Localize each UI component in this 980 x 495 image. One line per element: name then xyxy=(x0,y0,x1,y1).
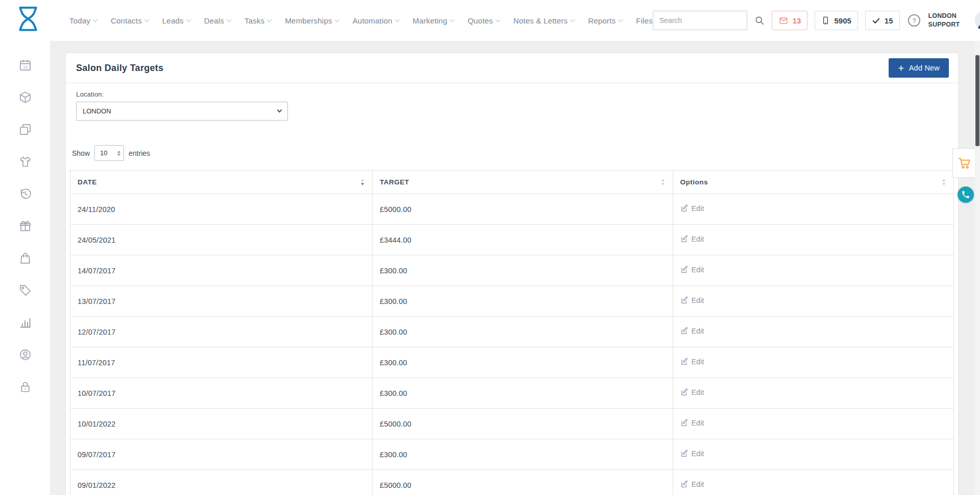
vertical-scrollbar[interactable] xyxy=(975,41,980,495)
nav-item-notes-letters[interactable]: Notes & Letters xyxy=(513,16,574,25)
nav-item-marketing[interactable]: Marketing xyxy=(413,16,454,25)
chevron-down-icon xyxy=(618,17,623,22)
svg-text:12: 12 xyxy=(23,65,28,69)
sidebar-item-bar-chart[interactable] xyxy=(18,316,32,329)
nav-item-tasks[interactable]: Tasks xyxy=(244,16,271,25)
date-cell: 09/01/2022 xyxy=(70,470,373,495)
edit-link[interactable]: Edit xyxy=(680,358,704,366)
edit-link[interactable]: Edit xyxy=(680,388,704,396)
cart-widget-button[interactable] xyxy=(952,148,976,178)
help-icon[interactable]: ? xyxy=(907,13,921,28)
shopping-cart-icon xyxy=(958,156,971,170)
card-body: Location: LONDON Show 10 xyxy=(66,83,958,495)
tag-icon xyxy=(18,284,32,297)
main-nav: Today Contacts Leads Deals Tasks Members… xyxy=(69,16,653,25)
location-label: Location: xyxy=(76,90,954,98)
chevron-down-icon xyxy=(144,17,149,22)
nav-item-reports[interactable]: Reports xyxy=(588,16,622,25)
nav-item-files[interactable]: Files xyxy=(636,16,653,25)
gift-icon xyxy=(18,219,32,233)
app-logo-hourglass-icon[interactable] xyxy=(15,5,41,36)
options-cell: Edit xyxy=(673,286,953,317)
chevron-down-icon xyxy=(227,17,232,22)
table-row: 14/07/2017 £300.00 Edit xyxy=(70,255,954,286)
sidebar-item-copy[interactable] xyxy=(18,123,32,136)
edit-link[interactable]: Edit xyxy=(680,266,704,274)
sidebar-item-gift[interactable] xyxy=(18,219,32,233)
column-header-date[interactable]: DATE ▲▼ xyxy=(70,171,373,194)
target-cell: £300.00 xyxy=(373,317,673,347)
date-header-label: DATE xyxy=(78,178,97,186)
nav-item-label: Automation xyxy=(353,16,393,25)
target-cell: £300.00 xyxy=(373,347,673,378)
edit-label: Edit xyxy=(692,266,704,274)
tasks-badge[interactable]: 15 xyxy=(865,11,900,30)
nav-item-deals[interactable]: Deals xyxy=(204,16,231,25)
phone-extension-badge[interactable]: 5905 xyxy=(815,11,857,30)
sidebar-item-calendar[interactable]: 12 xyxy=(18,58,32,72)
entries-label: entries xyxy=(129,149,150,157)
page-size-select[interactable]: 10 xyxy=(94,145,124,161)
search-icon[interactable] xyxy=(754,15,765,26)
column-header-options[interactable]: Options ▲▼ xyxy=(673,171,953,194)
nav-item-leads[interactable]: Leads xyxy=(162,16,190,25)
nav-item-label: Today xyxy=(69,16,90,25)
table-row: 12/07/2017 £300.00 Edit xyxy=(70,317,954,347)
location-select[interactable]: LONDON xyxy=(76,102,288,121)
bar-chart-icon xyxy=(18,316,32,329)
salon-daily-targets-card: Salon Daily Targets Add New Location: LO… xyxy=(66,53,958,495)
svg-text:?: ? xyxy=(912,17,916,25)
user-avatar[interactable] xyxy=(974,10,980,31)
calendar-icon: 12 xyxy=(18,58,32,72)
target-cell: £300.00 xyxy=(373,439,673,470)
nav-item-label: Marketing xyxy=(413,16,448,25)
chevron-down-icon xyxy=(334,17,339,22)
target-cell: £300.00 xyxy=(373,286,673,317)
column-header-target[interactable]: TARGET ▲▼ xyxy=(373,171,673,194)
options-cell: Edit xyxy=(673,225,953,255)
options-cell: Edit xyxy=(673,317,953,347)
nav-item-automation[interactable]: Automation xyxy=(353,16,399,25)
edit-link[interactable]: Edit xyxy=(680,204,704,213)
date-cell: 11/07/2017 xyxy=(70,347,373,378)
date-cell: 24/11/2020 xyxy=(70,194,373,225)
target-cell: £3444.00 xyxy=(373,225,673,255)
edit-link[interactable]: Edit xyxy=(680,450,704,458)
edit-link[interactable]: Edit xyxy=(680,296,704,304)
sidebar-item-lock[interactable] xyxy=(18,380,32,394)
edit-icon xyxy=(680,327,689,335)
edit-label: Edit xyxy=(692,327,704,335)
options-cell: Edit xyxy=(673,194,953,225)
nav-item-label: Files xyxy=(636,16,653,25)
nav-item-today[interactable]: Today xyxy=(69,16,97,25)
scrollbar-thumb[interactable] xyxy=(975,55,979,146)
call-widget-button[interactable] xyxy=(958,186,974,203)
edit-link[interactable]: Edit xyxy=(680,327,704,335)
add-new-label: Add New xyxy=(909,64,940,72)
nav-item-label: Memberships xyxy=(285,16,332,25)
table-row: 10/07/2017 £300.00 Edit xyxy=(70,378,954,409)
sidebar-item-package[interactable] xyxy=(18,90,32,104)
chevron-down-icon xyxy=(450,17,455,22)
nav-item-memberships[interactable]: Memberships xyxy=(285,16,338,25)
search-input[interactable] xyxy=(653,11,747,30)
sidebar-item-history[interactable] xyxy=(18,187,32,201)
sidebar-item-shirt[interactable] xyxy=(18,155,32,169)
table-row: 09/07/2017 £300.00 Edit xyxy=(70,439,954,470)
sidebar-item-support-agent[interactable] xyxy=(18,348,32,362)
envelope-icon xyxy=(778,16,789,25)
edit-link[interactable]: Edit xyxy=(680,235,704,243)
top-header: Today Contacts Leads Deals Tasks Members… xyxy=(0,0,980,41)
edit-link[interactable]: Edit xyxy=(680,480,704,488)
copy-icon xyxy=(18,123,32,136)
edit-link[interactable]: Edit xyxy=(680,419,704,427)
add-new-button[interactable]: Add New xyxy=(889,58,949,78)
nav-item-quotes[interactable]: Quotes xyxy=(468,16,500,25)
edit-label: Edit xyxy=(692,204,704,213)
nav-item-label: Deals xyxy=(204,16,224,25)
support-agent-icon xyxy=(18,348,32,362)
sidebar-item-shopping-bag[interactable] xyxy=(18,251,32,265)
mail-notifications-badge[interactable]: 13 xyxy=(772,11,808,30)
nav-item-contacts[interactable]: Contacts xyxy=(111,16,149,25)
sidebar-item-tag[interactable] xyxy=(18,284,32,297)
